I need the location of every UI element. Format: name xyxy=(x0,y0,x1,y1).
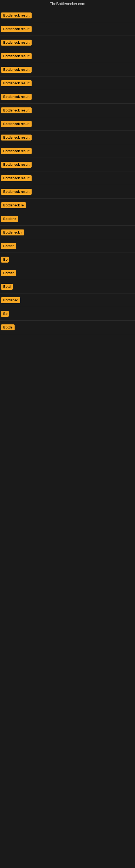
page-wrapper: TheBottlenecker.com Bottleneck resultBot… xyxy=(0,0,135,334)
bottleneck-result-badge[interactable]: Bottleneck result xyxy=(1,26,32,32)
list-item: Bottleneck result xyxy=(0,131,135,144)
list-item: Bottleneck result xyxy=(0,144,135,158)
bottleneck-result-badge[interactable]: Bottleneck result xyxy=(1,107,32,113)
bottleneck-result-badge[interactable]: Bottleneck r xyxy=(1,229,24,236)
list-item: Bottleneck result xyxy=(0,76,135,90)
bottleneck-result-badge[interactable]: Bottlene xyxy=(1,216,18,222)
bottleneck-result-badge[interactable]: Bottleneck result xyxy=(1,162,32,167)
site-title: TheBottlenecker.com xyxy=(0,0,135,9)
list-item: Bottleneck result xyxy=(0,9,135,22)
list-item: Bottleneck re xyxy=(0,198,135,212)
bottleneck-result-badge[interactable]: Bottleneck result xyxy=(1,94,32,100)
bottleneck-result-badge[interactable]: Bottleneck result xyxy=(1,148,32,154)
list-item: Bottleneck result xyxy=(0,36,135,50)
list-item: Bottleneck result xyxy=(0,22,135,36)
bottleneck-result-badge[interactable]: Bottler xyxy=(1,270,16,276)
list-item: Bottleneck result xyxy=(0,104,135,117)
rows-container: Bottleneck resultBottleneck resultBottle… xyxy=(0,9,135,334)
bottleneck-result-badge[interactable]: Bottle xyxy=(1,324,14,330)
bottleneck-result-badge[interactable]: Bottleneck result xyxy=(1,80,32,86)
bottleneck-result-badge[interactable]: Bottlenec xyxy=(1,297,20,303)
bottleneck-result-badge[interactable]: Bottleneck result xyxy=(1,53,32,59)
list-item: Bottleneck result xyxy=(0,90,135,104)
bottleneck-result-badge[interactable]: Bottleneck result xyxy=(1,12,32,19)
bottleneck-result-badge[interactable]: Bottl xyxy=(1,284,13,290)
list-item: Bottler xyxy=(0,267,135,280)
list-item: Bottleneck result xyxy=(0,158,135,172)
bottleneck-result-badge[interactable]: Bottler xyxy=(1,243,16,249)
bottleneck-result-badge[interactable]: Bo xyxy=(1,311,9,317)
bottleneck-result-badge[interactable]: Bottleneck result xyxy=(1,189,32,195)
bottleneck-result-badge[interactable]: Bottleneck result xyxy=(1,121,32,127)
list-item: Bottleneck result xyxy=(0,50,135,63)
list-item: Bottlenec xyxy=(0,293,135,307)
bottleneck-result-badge[interactable]: Bottleneck result xyxy=(1,67,32,73)
list-item: Bottleneck r xyxy=(0,226,135,239)
list-item: Bottleneck result xyxy=(0,172,135,185)
list-item: Bottleneck result xyxy=(0,63,135,76)
list-item: Bo xyxy=(0,307,135,321)
list-item: Bottleneck result xyxy=(0,117,135,131)
bottleneck-result-badge[interactable]: Bottleneck result xyxy=(1,175,32,181)
list-item: Bottleneck result xyxy=(0,185,135,198)
bottleneck-result-badge[interactable]: Bottleneck result xyxy=(1,40,32,45)
bottleneck-result-badge[interactable]: Bottleneck re xyxy=(1,203,26,208)
bottleneck-result-badge[interactable]: Bottleneck result xyxy=(1,134,32,141)
list-item: Bottler xyxy=(0,239,135,253)
list-item: Bottle xyxy=(0,321,135,334)
list-item: Bo xyxy=(0,253,135,267)
bottleneck-result-badge[interactable]: Bo xyxy=(1,257,9,262)
list-item: Bottl xyxy=(0,280,135,293)
list-item: Bottlene xyxy=(0,212,135,226)
